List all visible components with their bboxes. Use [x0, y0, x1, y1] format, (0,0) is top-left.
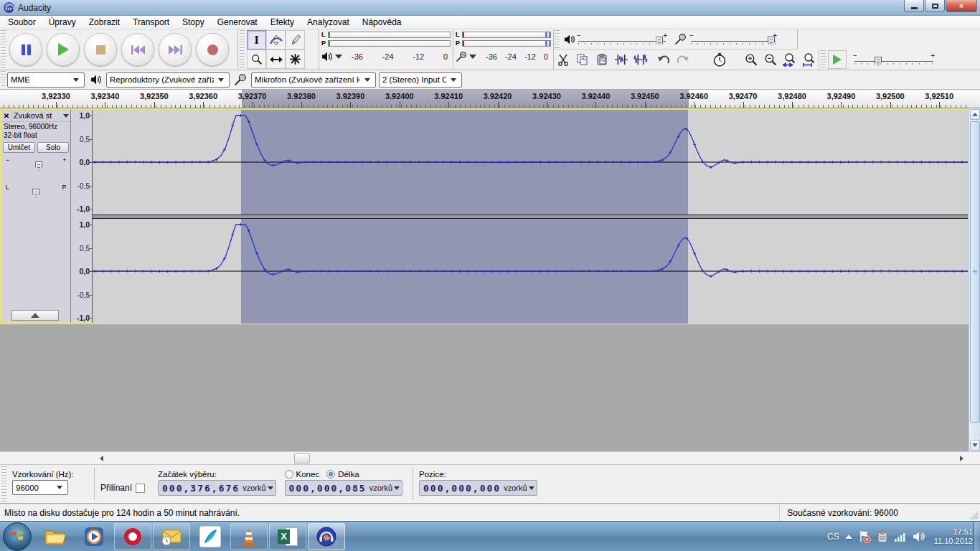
undo-button[interactable]	[655, 50, 673, 69]
position-field[interactable]: 000,000,000 vzorků	[419, 480, 537, 496]
zoom-tool-button[interactable]	[247, 50, 266, 69]
tray-clock[interactable]: 17:51 11.10.2012	[934, 527, 973, 546]
time-shift-tool-button[interactable]	[266, 50, 286, 69]
waveform-area[interactable]	[93, 110, 968, 323]
copy-button[interactable]	[574, 50, 592, 69]
input-meter-dropdown[interactable]	[469, 55, 476, 59]
resize-grip[interactable]	[969, 510, 979, 519]
timeline-ruler[interactable]: 3,923303,923403,923503,923603,923703.923…	[0, 90, 980, 108]
zoom-out-button[interactable]	[762, 50, 780, 69]
fit-selection-button[interactable]	[781, 50, 798, 69]
menu-item-zobrazit[interactable]: Zobrazit	[83, 16, 126, 29]
skip-to-start-button[interactable]	[121, 33, 154, 66]
scroll-left-button[interactable]	[95, 453, 107, 463]
output-meter-right[interactable]	[328, 40, 451, 47]
toolbar-grip[interactable]	[821, 50, 826, 69]
taskbar-excel-button[interactable]: X	[269, 523, 306, 550]
tray-app-icon[interactable]	[877, 530, 888, 543]
pause-button[interactable]	[9, 33, 42, 66]
redo-button[interactable]	[674, 50, 692, 69]
input-volume-slider[interactable]: −+	[691, 32, 776, 47]
minimize-button[interactable]	[904, 0, 924, 12]
menu-item-transport[interactable]: Transport	[126, 16, 176, 29]
selection-start-field[interactable]: 000,376,676 vzorků	[158, 480, 276, 496]
show-desktop-button[interactable]	[974, 522, 980, 551]
multi-tool-button[interactable]	[286, 50, 305, 69]
track-title-menu[interactable]: Zvuková st	[12, 111, 70, 120]
horizontal-scrollbar[interactable]	[0, 451, 980, 464]
menu-item-analyzovat[interactable]: Analyzovat	[301, 16, 356, 29]
output-volume-slider[interactable]: −+	[578, 32, 666, 47]
silence-audio-button[interactable]	[631, 50, 649, 69]
input-meter-right[interactable]	[462, 40, 551, 47]
end-radio[interactable]	[285, 470, 293, 479]
track-pan-slider[interactable]: LP	[7, 184, 65, 202]
close-button[interactable]: ×	[946, 0, 977, 12]
menu-item-generovat[interactable]: Generovat	[211, 16, 264, 29]
vertical-scroll-thumb[interactable]	[970, 121, 980, 423]
menu-item-npovda[interactable]: Nápověda	[356, 16, 408, 29]
timer-button[interactable]	[711, 50, 729, 69]
scroll-right-button[interactable]	[956, 453, 967, 463]
trim-audio-button[interactable]	[612, 50, 630, 69]
start-button[interactable]	[3, 522, 32, 551]
solo-button[interactable]: Solo	[37, 142, 70, 153]
selection-length-field[interactable]: 000,000,085 vzorků	[285, 480, 403, 496]
vertical-scale-ruler[interactable]: 1,00,50,0-0,5-1,01,00,50,0-0,5-1,0	[71, 110, 93, 323]
envelope-tool-button[interactable]	[266, 30, 286, 50]
menu-item-stopy[interactable]: Stopy	[176, 16, 211, 29]
audio-host-select[interactable]: MME	[7, 72, 85, 88]
scroll-up-button[interactable]	[970, 109, 980, 120]
track-collapse-button[interactable]	[11, 310, 59, 321]
tray-expand-icon[interactable]	[845, 534, 852, 539]
input-meter-left[interactable]	[462, 32, 551, 38]
paste-button[interactable]	[593, 50, 611, 69]
play-speed-slider[interactable]: −+	[854, 52, 933, 67]
menu-item-efekty[interactable]: Efekty	[264, 16, 301, 29]
taskbar-opera-button[interactable]	[114, 523, 151, 550]
draw-tool-button[interactable]	[286, 30, 305, 50]
record-button[interactable]	[196, 33, 229, 66]
horizontal-scroll-thumb[interactable]	[294, 453, 310, 463]
cut-button[interactable]	[555, 50, 573, 69]
taskbar-vlc-button[interactable]	[230, 523, 268, 550]
output-meter-dropdown[interactable]	[335, 55, 342, 59]
play-at-speed-button[interactable]	[828, 50, 847, 69]
menu-item-soubor[interactable]: Soubor	[1, 16, 42, 29]
snap-to-checkbox[interactable]	[136, 484, 145, 493]
taskbar-audacity-button[interactable]	[308, 523, 345, 550]
waveform-channel-right[interactable]	[93, 219, 968, 324]
action-center-flag-icon[interactable]	[858, 530, 871, 543]
mute-button[interactable]: Umlčet	[3, 142, 35, 153]
toolbar-grip[interactable]	[1, 466, 6, 501]
toolbar-grip[interactable]	[555, 30, 560, 48]
menu-item-pravy[interactable]: Úpravy	[42, 16, 83, 29]
skip-to-end-button[interactable]	[159, 33, 192, 66]
network-signal-icon[interactable]	[894, 531, 907, 542]
zoom-in-button[interactable]	[743, 50, 760, 69]
stop-button[interactable]	[84, 33, 117, 66]
input-channels-select[interactable]: 2 (Stereo) Input C	[379, 72, 462, 88]
output-meter-left[interactable]	[328, 32, 451, 38]
toolbar-grip[interactable]	[240, 30, 245, 69]
volume-icon[interactable]	[913, 531, 925, 542]
taskbar-wmp-button[interactable]	[75, 523, 113, 550]
input-device-select[interactable]: Mikrofon (Zvukové zařízení Hig	[251, 72, 376, 88]
vertical-scrollbar[interactable]	[969, 108, 980, 451]
scroll-down-button[interactable]	[970, 440, 980, 451]
maximize-button[interactable]	[925, 0, 945, 12]
track-close-button[interactable]: ✕	[1, 110, 12, 121]
waveform-channel-left[interactable]	[93, 110, 968, 215]
selection-tool-button[interactable]: I	[247, 30, 266, 50]
language-indicator[interactable]: CS	[827, 532, 839, 542]
track-gain-slider[interactable]: −+	[7, 157, 65, 174]
fit-project-button[interactable]	[800, 50, 818, 69]
toolbar-grip[interactable]	[1, 71, 6, 88]
sample-rate-select[interactable]: 96000	[12, 480, 68, 495]
taskbar-outlook-button[interactable]	[153, 523, 190, 550]
length-radio[interactable]	[326, 470, 335, 479]
output-device-select[interactable]: Reproduktory (Zvukové zaříze	[106, 72, 230, 88]
taskbar-feather-app-button[interactable]	[192, 523, 229, 550]
toolbar-grip[interactable]	[1, 30, 6, 69]
taskbar-explorer-button[interactable]	[37, 523, 74, 550]
